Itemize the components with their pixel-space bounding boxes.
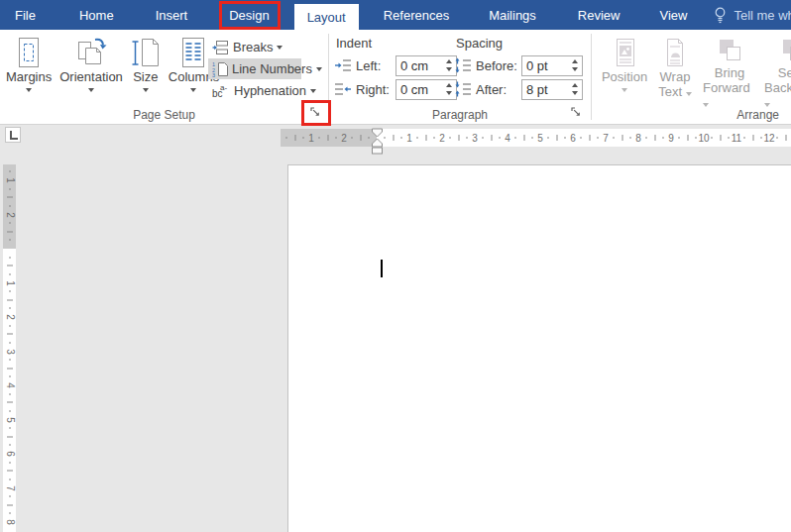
arrange-group-label: Arrange — [592, 108, 791, 122]
ruler-tick — [760, 137, 761, 139]
paragraph-group-label: Paragraph — [329, 108, 591, 122]
indent-right-spinner[interactable] — [444, 80, 454, 99]
tell-me-label: Tell me what you want to do… — [734, 8, 791, 23]
wrap-text-label-1: Wrap — [660, 69, 691, 84]
ruler-tick — [9, 445, 11, 446]
document-page[interactable] — [287, 164, 791, 532]
indent-right-label: Right: — [356, 82, 392, 97]
ruler-number: 8 — [4, 519, 15, 525]
ruler-tick — [531, 137, 532, 139]
ruler-number: 4 — [4, 382, 15, 388]
ruler-tick — [9, 240, 11, 241]
word-window: File Home Insert Design Layout Reference… — [0, 0, 791, 532]
margins-button[interactable]: Margins — [2, 33, 56, 107]
tab-view[interactable]: View — [646, 0, 700, 30]
tab-layout[interactable]: Layout — [294, 4, 359, 30]
hyphenation-button[interactable]: bca- Hyphenation — [208, 80, 320, 101]
spacing-before-spinner[interactable] — [570, 56, 580, 75]
line-numbers-button[interactable]: 123 Line Numbers — [208, 58, 301, 79]
ruler-tick — [368, 137, 369, 139]
ruler-tick — [629, 137, 630, 139]
tab-design[interactable]: Design — [216, 0, 282, 30]
breaks-icon — [212, 40, 229, 55]
tab-review[interactable]: Review — [565, 0, 633, 30]
paragraph-dialog-launcher[interactable] — [569, 105, 583, 119]
text-cursor — [381, 260, 383, 277]
spacing-before-input[interactable]: 0 pt — [521, 55, 583, 76]
ruler-tick — [720, 135, 721, 141]
ruler-tick — [695, 137, 696, 139]
ruler-tick — [9, 496, 11, 497]
breaks-button[interactable]: Breaks — [208, 37, 320, 57]
ruler-tick — [7, 197, 13, 198]
ruler-tick — [9, 223, 11, 224]
ruler-tick — [9, 393, 11, 394]
ruler-tick — [7, 504, 13, 505]
group-page-setup: Margins Orientation Size — [0, 30, 328, 124]
ruler-tick — [360, 135, 361, 141]
ruler-tick — [294, 135, 295, 141]
chevron-down-icon — [143, 88, 149, 92]
ruler-number: 5 — [537, 133, 543, 144]
ruler-tick — [7, 436, 13, 437]
ruler-tick — [385, 137, 386, 139]
ruler-tick — [9, 360, 11, 361]
ruler-tick — [515, 137, 516, 139]
chevron-down-icon — [310, 89, 316, 93]
spacing-after-label: After: — [476, 82, 517, 97]
line-numbers-label: Line Numbers — [232, 61, 312, 76]
ruler-tick — [425, 135, 426, 141]
page-setup-dialog-launcher[interactable] — [308, 105, 322, 119]
chevron-down-icon — [764, 103, 770, 107]
ruler-tick — [523, 135, 524, 141]
ruler-tick — [646, 137, 647, 139]
horizontal-ruler[interactable]: 12123456789101112 — [281, 129, 791, 147]
tab-file[interactable]: File — [2, 0, 49, 30]
tab-mailings[interactable]: Mailings — [476, 0, 549, 30]
indent-left-spinner[interactable] — [444, 56, 454, 75]
ruler-number: 7 — [603, 133, 609, 144]
send-backward-button: Send Backward — [760, 33, 791, 107]
tab-stop-selector[interactable] — [5, 127, 21, 143]
ruler-tick — [319, 137, 320, 139]
ruler-number: 8 — [635, 133, 641, 144]
tell-me-box[interactable]: Tell me what you want to do… — [714, 7, 791, 24]
ruler-tick — [9, 513, 11, 514]
chevron-down-icon — [703, 103, 709, 107]
tab-insert[interactable]: Insert — [143, 0, 201, 30]
orientation-label: Orientation — [59, 69, 123, 84]
ruler-tick — [393, 135, 394, 141]
ruler-number: 4 — [505, 133, 510, 144]
tab-home[interactable]: Home — [66, 0, 127, 30]
margins-icon — [13, 36, 45, 69]
ruler-number: 7 — [4, 485, 15, 491]
ruler-number: 2 — [4, 314, 15, 320]
spacing-header: Spacing — [456, 36, 583, 51]
ruler-tick — [9, 188, 11, 189]
ruler-tick — [564, 137, 565, 139]
ruler-tick — [589, 135, 590, 141]
orientation-button[interactable]: Orientation — [56, 33, 127, 107]
spacing-after-input[interactable]: 8 pt — [521, 79, 583, 100]
ruler-tick — [556, 135, 557, 141]
ruler-number: 1 — [4, 280, 15, 286]
indent-right-input[interactable]: 0 cm — [396, 79, 457, 100]
ruler-tick — [327, 135, 328, 141]
ruler-tick — [581, 137, 582, 139]
position-label: Position — [602, 69, 647, 84]
size-icon — [131, 36, 161, 69]
ruler-tick — [744, 137, 745, 139]
ruler-tick — [7, 402, 13, 403]
ruler-tick — [400, 137, 401, 139]
ruler-tick — [7, 266, 13, 266]
ruler-tick — [335, 137, 336, 139]
spacing-after-spinner[interactable] — [570, 80, 580, 99]
size-button[interactable]: Size — [127, 33, 165, 107]
tab-references[interactable]: References — [371, 0, 462, 30]
ruler-tick — [9, 273, 11, 274]
chevron-down-icon — [686, 92, 692, 96]
indent-marker[interactable] — [371, 127, 384, 155]
indent-header: Indent — [336, 36, 457, 51]
indent-left-input[interactable]: 0 cm — [396, 55, 457, 76]
line-numbers-icon: 123 — [212, 61, 228, 77]
